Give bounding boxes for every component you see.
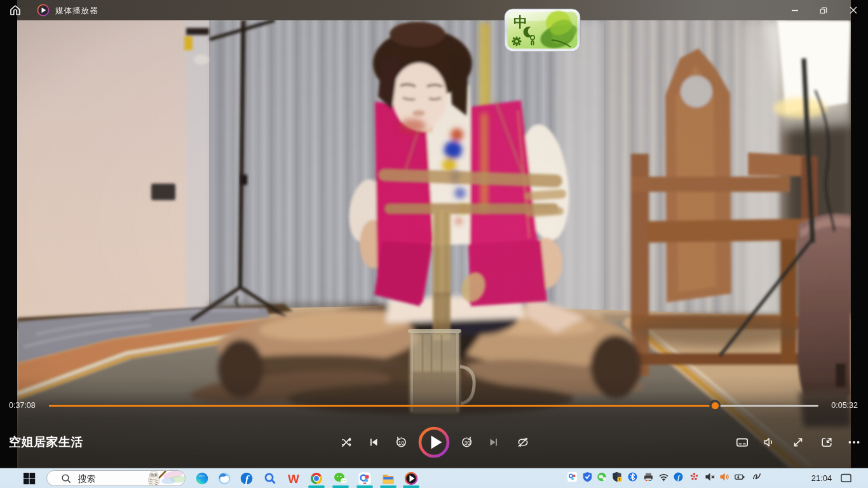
- svg-text:W: W: [288, 472, 299, 485]
- svg-text:30: 30: [465, 440, 471, 446]
- svg-text:中: 中: [513, 14, 527, 30]
- svg-text:10: 10: [398, 440, 405, 446]
